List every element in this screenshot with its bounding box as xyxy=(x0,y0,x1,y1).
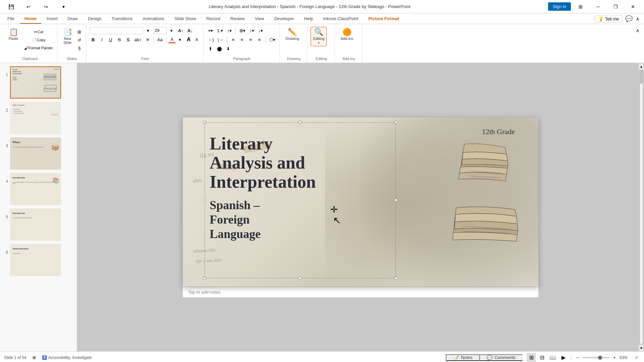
slide-sorter-button[interactable]: ⊟ xyxy=(537,353,547,362)
copy-button[interactable]: 📄 Copy xyxy=(23,36,54,44)
drawing-button[interactable]: ✏️ Drawing xyxy=(283,27,301,42)
customize-button[interactable]: ▾ xyxy=(56,1,71,12)
tab-picture-format[interactable]: Picture Format xyxy=(364,14,404,24)
notes-tab-button[interactable]: 📝 Notes xyxy=(446,354,479,361)
slide-item-2[interactable]: 2 Table of contents 01 Introduction 02 L… xyxy=(2,101,75,135)
addins-button[interactable]: 🟠 Add-ins xyxy=(338,27,355,42)
tab-design[interactable]: Design xyxy=(83,14,106,24)
font-size-input[interactable] xyxy=(153,27,167,34)
slide-item-5[interactable]: 5 Introduction You can write a descripti… xyxy=(2,208,75,241)
underline-button[interactable]: U xyxy=(107,36,114,43)
close-button[interactable]: ✕ xyxy=(625,1,641,12)
undo-button[interactable]: ↩ xyxy=(21,1,36,12)
increase-indent-button[interactable]: |→ xyxy=(216,36,224,43)
bold-button[interactable]: B xyxy=(90,36,97,43)
slideshow-view-button[interactable]: ▶ xyxy=(559,353,568,362)
text-direction-button[interactable]: ↕▾ xyxy=(248,27,256,34)
layout-button-ribbon[interactable]: ⊞ xyxy=(76,28,83,36)
tab-home[interactable]: Home xyxy=(20,14,41,24)
font-name-input[interactable] xyxy=(90,27,143,34)
bullets-button[interactable]: ≡▾ xyxy=(207,27,215,34)
zoom-in-button[interactable]: + xyxy=(611,354,618,361)
align-right-button[interactable]: ≡ xyxy=(247,36,254,43)
font-label: Font xyxy=(87,56,203,61)
spacing-button[interactable]: ab↕ xyxy=(133,36,143,43)
tab-developer[interactable]: Developer xyxy=(269,14,299,24)
fit-slide-button[interactable]: ⤢ xyxy=(633,354,640,361)
justify-button[interactable]: ≡ xyxy=(256,36,263,43)
redo-button[interactable]: ↪ xyxy=(38,1,54,12)
save-icon: 💾 xyxy=(8,4,14,9)
reset-button[interactable]: ↺ xyxy=(76,36,83,44)
collapse-ribbon-btn[interactable]: ∧ xyxy=(634,27,641,34)
align-bottom-button[interactable]: ⬇ xyxy=(225,45,232,52)
comments-tab-button[interactable]: 💬 Comments xyxy=(479,354,523,361)
slide-number-2: 2 xyxy=(3,102,8,113)
tab-animations[interactable]: Animations xyxy=(138,14,169,24)
slide-item-1[interactable]: 1 LiteraryAnalysis andInterpretation Spa… xyxy=(2,66,75,99)
align-middle-button[interactable]: ⬤ xyxy=(216,45,223,52)
tab-file[interactable]: File xyxy=(3,14,19,24)
section-button[interactable]: § xyxy=(76,44,83,52)
increase-font-button[interactable]: A↑ xyxy=(177,27,185,34)
smart-art-button[interactable]: ⬡▾ xyxy=(268,36,277,43)
new-slide-button[interactable]: 📑 NewSlide xyxy=(61,27,74,46)
notes-bar[interactable]: Tap to add notes xyxy=(183,287,538,297)
slide-item-6[interactable]: 6 About literature Description here. xyxy=(2,243,75,277)
tab-record[interactable]: Record xyxy=(202,14,225,24)
scroll-down-button[interactable]: ▼ xyxy=(639,345,644,351)
normal-view-button[interactable]: ⊞ xyxy=(527,353,536,362)
comment-button[interactable]: 💬 xyxy=(624,15,634,22)
tab-inknoe[interactable]: Inknoe ClassPoint xyxy=(318,14,363,24)
align-left-button[interactable]: ≡ xyxy=(229,36,237,43)
paragraph-spacing-button[interactable]: ↕▾ xyxy=(257,27,264,34)
font-color-button[interactable]: A xyxy=(168,36,176,43)
handwriting-2: abm xyxy=(193,177,202,184)
scroll-up-button[interactable]: ▲ xyxy=(639,63,644,70)
title-block[interactable]: LiteraryAnalysis andInterpretation Spani… xyxy=(210,134,397,242)
zoom-out-button[interactable]: − xyxy=(574,354,581,361)
tab-transitions[interactable]: Transitions xyxy=(107,14,137,24)
reading-view-button[interactable]: 📖 xyxy=(548,353,557,362)
slide-item-3[interactable]: 3 Whoa! You can also customize this pres… xyxy=(2,137,75,170)
collapse-ribbon-button[interactable]: ∧ xyxy=(634,15,641,22)
italic-button[interactable]: I xyxy=(98,36,106,43)
font-color-dropdown[interactable]: ▾ xyxy=(176,36,184,43)
zoom-slider[interactable] xyxy=(583,357,609,358)
layout-button[interactable]: ⊞ xyxy=(573,1,588,12)
align-center-button[interactable]: ≡ xyxy=(238,36,246,43)
decrease-font-button[interactable]: A↓ xyxy=(186,27,194,34)
format-painter-button[interactable]: 🖌 Format Painter xyxy=(23,44,54,52)
increase-font-2-button[interactable]: A xyxy=(185,36,193,43)
tab-review[interactable]: Review xyxy=(226,14,250,24)
title-bar-right: Sign in ⊞ ─ ❐ ✕ xyxy=(548,1,641,12)
paste-button[interactable]: 📋 Paste xyxy=(5,27,21,42)
slide-item-4[interactable]: 4 Introduction You can write a descripti… xyxy=(2,172,75,206)
accessibility-text[interactable]: ♿ Accessibility: Investigate xyxy=(42,355,92,360)
list-level-button[interactable]: ↕▾ xyxy=(226,27,233,34)
shadow-button[interactable]: S xyxy=(124,36,132,43)
change-case-button[interactable]: Aa xyxy=(156,36,164,43)
strikethrough-button[interactable]: S xyxy=(116,36,123,43)
align-top-button[interactable]: ⬆ xyxy=(207,45,214,52)
signin-button[interactable]: Sign in xyxy=(548,2,571,11)
font-size-dropdown[interactable]: ▾ xyxy=(168,27,175,34)
cut-button[interactable]: ✂ Cut xyxy=(23,28,54,36)
minimize-button[interactable]: ─ xyxy=(590,1,606,12)
tab-draw[interactable]: Draw xyxy=(63,14,83,24)
save-button[interactable]: 💾 xyxy=(3,1,19,12)
decrease-indent-button[interactable]: ←| xyxy=(207,36,215,43)
tab-insert[interactable]: Insert xyxy=(42,14,62,24)
columns-button[interactable]: ⊞▾ xyxy=(238,27,247,34)
tab-view[interactable]: View xyxy=(250,14,269,24)
clear-format-button[interactable]: ✕ xyxy=(144,36,152,43)
tab-help[interactable]: Help xyxy=(300,14,318,24)
restore-button[interactable]: ❐ xyxy=(608,1,623,12)
tell-me-button[interactable]: 💡 Tell me xyxy=(595,15,623,22)
editing-button[interactable]: 🔍 Editing ▾ xyxy=(311,27,327,46)
font-name-dropdown[interactable]: ▾ xyxy=(145,27,152,34)
numbering-button[interactable]: 1.▾ xyxy=(216,27,224,34)
tab-slideshow[interactable]: Slide Show xyxy=(170,14,201,24)
slide-view-toggle[interactable]: ⊞ xyxy=(31,354,38,361)
decrease-font-2-button[interactable]: A xyxy=(193,36,201,43)
